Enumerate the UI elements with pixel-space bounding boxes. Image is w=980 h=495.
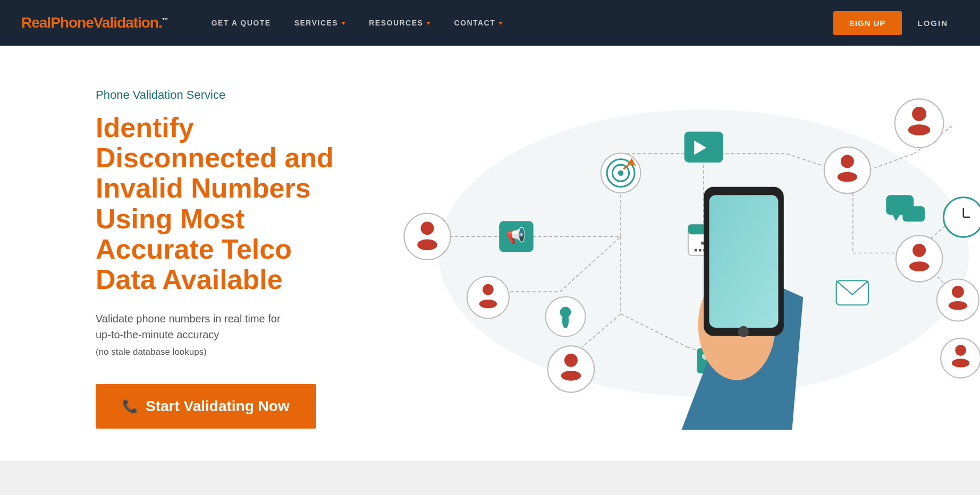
svg-point-79 — [738, 326, 749, 337]
svg-point-31 — [912, 107, 926, 121]
logo-text: RealPhoneValidation — [21, 14, 158, 31]
svg-point-57 — [949, 301, 967, 310]
svg-point-64 — [562, 313, 569, 328]
hero-desc-line1: Validate phone numbers in real time for … — [96, 311, 340, 343]
logo-dot: . — [158, 14, 162, 31]
svg-rect-48 — [902, 206, 925, 221]
site-logo[interactable]: RealPhoneValidation.™ — [21, 14, 168, 31]
hero-left: Phone Validation Service Identify Discon… — [0, 46, 372, 460]
svg-point-54 — [909, 261, 929, 271]
nav-get-a-quote[interactable]: GET A QUOTE — [200, 19, 283, 27]
nav-right: SIGN UP LOGIN — [833, 11, 959, 35]
svg-point-35 — [838, 172, 857, 182]
phone-icon: 📞 — [122, 399, 138, 414]
svg-point-49 — [943, 198, 980, 237]
hero-note: (no stale database lookups) — [96, 347, 340, 357]
svg-point-55 — [937, 279, 979, 321]
svg-point-32 — [908, 124, 931, 135]
contact-caret-icon — [499, 22, 503, 25]
nav-links: GET A QUOTE SERVICES RESOURCES CONTACT — [200, 19, 833, 27]
svg-text:📢: 📢 — [506, 226, 526, 245]
network-illustration: 📢 ■ ■ — [372, 46, 980, 460]
nav-contact[interactable]: CONTACT — [442, 19, 514, 27]
svg-point-60 — [952, 359, 969, 368]
login-button[interactable]: LOGIN — [907, 11, 959, 35]
svg-rect-78 — [709, 195, 778, 328]
svg-point-53 — [913, 244, 926, 257]
svg-point-30 — [895, 99, 944, 148]
nav-resources[interactable]: RESOURCES — [357, 19, 442, 27]
hero-title: Identify Disconnected and Invalid Number… — [96, 113, 340, 295]
svg-point-21 — [421, 221, 434, 235]
svg-point-33 — [824, 147, 871, 193]
hero-subtitle: Phone Validation Service — [96, 88, 340, 102]
svg-point-26 — [483, 284, 494, 295]
navbar: RealPhoneValidation.™ GET A QUOTE SERVIC… — [0, 0, 980, 46]
lower-image — [778, 492, 884, 495]
nav-services[interactable]: SERVICES — [283, 19, 358, 27]
svg-point-39 — [618, 170, 623, 176]
svg-point-52 — [896, 235, 942, 281]
svg-point-34 — [841, 155, 854, 168]
svg-point-58 — [941, 338, 980, 378]
logo-tm: ™ — [162, 16, 168, 24]
resources-caret-icon — [426, 22, 430, 25]
signup-button[interactable]: SIGN UP — [833, 11, 902, 35]
svg-point-25 — [467, 276, 509, 318]
hero-illustration-area: 📢 ■ ■ — [372, 46, 980, 460]
svg-point-71 — [561, 371, 581, 381]
start-validating-button[interactable]: 📞 Start Validating Now — [96, 384, 316, 429]
bullseye-illustration — [789, 492, 874, 495]
lower-text: Phone Validation API or Bulk Phone Numbe… — [96, 492, 746, 495]
svg-point-22 — [417, 240, 437, 251]
services-caret-icon — [341, 22, 345, 25]
hero-section: Phone Validation Service Identify Discon… — [0, 46, 980, 460]
svg-point-20 — [404, 214, 450, 260]
svg-point-59 — [955, 345, 966, 356]
svg-point-27 — [479, 300, 497, 309]
lower-section: Phone Validation API or Bulk Phone Numbe… — [0, 460, 980, 495]
svg-point-69 — [548, 346, 594, 392]
svg-point-70 — [564, 354, 578, 367]
lower-title: Phone Validation API or Bulk Phone Numbe… — [96, 492, 746, 495]
svg-point-56 — [952, 286, 964, 298]
